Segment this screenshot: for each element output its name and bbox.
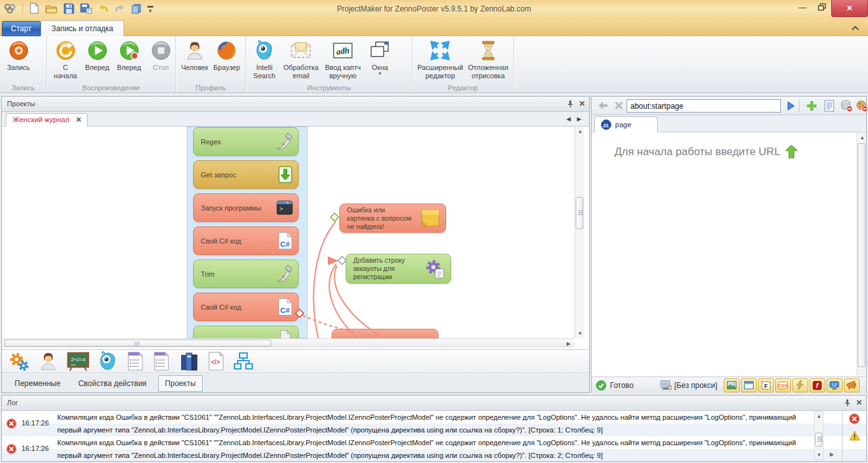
tab-action-properties[interactable]: Свойства действия <box>72 376 153 391</box>
add-tab-icon[interactable] <box>806 100 817 111</box>
project-tab-label: Женский журнал <box>13 116 69 127</box>
log-entry[interactable]: 16:17:26 Компиляция кода Ошибка в действ… <box>2 411 809 436</box>
page-source-icon[interactable] <box>824 100 834 112</box>
tab-variables[interactable]: Переменные <box>8 376 67 391</box>
canvas-horizontal-scrollbar[interactable]: ▶ <box>2 338 574 347</box>
flow-canvas[interactable]: Regex Get запрос Запуск программы > Свой… <box>2 127 574 338</box>
canvas-vertical-scrollbar[interactable]: ▲ ▼ <box>574 127 584 338</box>
database-disable-icon[interactable] <box>841 100 853 112</box>
ribbon-collapse-icon[interactable] <box>850 24 860 32</box>
email-processing-button[interactable]: Обработка email <box>280 38 322 80</box>
browser-vscroll-thumb[interactable] <box>858 143 865 367</box>
toggle-flash-button[interactable]: f <box>810 378 825 392</box>
restore-button[interactable] <box>812 0 831 14</box>
scroll-up-icon[interactable]: ▲ <box>860 135 865 141</box>
toggle-frames-button[interactable]: F <box>758 378 774 392</box>
project-tab-close-icon[interactable]: ✕ <box>76 116 81 127</box>
copy-icon[interactable] <box>131 3 142 14</box>
chalkboard-icon[interactable]: 2+2=4 <box>67 351 90 371</box>
browser-profile-button[interactable]: Браузер <box>211 38 243 72</box>
flow-node-error-note[interactable]: Ошибка или картинка с вопросом не найден… <box>339 204 446 233</box>
books-icon[interactable] <box>179 351 199 371</box>
minimize-button[interactable]: — <box>793 0 812 14</box>
tab-start[interactable]: Старт <box>2 21 41 36</box>
close-button[interactable]: ✕ <box>831 0 868 17</box>
log-vscroll-thumb[interactable] <box>815 432 822 446</box>
scroll-up-icon[interactable]: ▲ <box>578 128 583 134</box>
stop-load-icon[interactable] <box>614 101 623 110</box>
log-vertical-scrollbar[interactable]: ▲ ▼ <box>814 411 824 460</box>
back-icon[interactable] <box>597 100 609 111</box>
undo-icon[interactable] <box>98 3 109 13</box>
windows-button[interactable]: Окна ▾ <box>364 38 396 76</box>
gears-icon[interactable] <box>8 351 30 371</box>
browser-tab-page[interactable]: ZL page <box>594 116 658 132</box>
toggle-scripts-button[interactable] <box>792 378 808 392</box>
flow-node-csharp-1[interactable]: Свой C# код C# <box>193 226 299 255</box>
flow-node-trim[interactable]: Trim <box>193 259 299 288</box>
panel-close-icon[interactable]: ✕ <box>856 398 862 407</box>
sitemap-icon[interactable] <box>233 352 254 371</box>
list-document-icon[interactable] <box>126 351 144 371</box>
intellisearch-button[interactable]: Intelli Search <box>248 38 280 80</box>
advanced-editor-button[interactable]: Расширенный редактор <box>415 38 466 80</box>
tab-scroll-right-icon[interactable]: ▶ <box>577 116 581 122</box>
filter-errors-icon[interactable] <box>849 413 860 424</box>
log-entry[interactable]: 16:17:26 Компиляция кода Ошибка в действ… <box>2 436 809 462</box>
panel-close-icon[interactable]: ✕ <box>579 99 585 108</box>
redo-icon[interactable] <box>114 3 125 13</box>
scroll-right-icon[interactable]: ▶ <box>567 341 571 347</box>
log-panel-title: Лог <box>7 399 18 406</box>
pin-icon[interactable] <box>844 399 851 407</box>
flow-node-csharp-2[interactable]: Свой C# код C# <box>193 293 299 321</box>
canvas-vscroll-thumb[interactable] <box>576 197 583 229</box>
alien-icon[interactable] <box>98 351 118 371</box>
toggle-alerts-button[interactable] <box>844 378 860 392</box>
deferred-rendering-button[interactable]: Отложенная отрисовка <box>466 38 511 80</box>
projects-panel: Проекты ✕ Женский журнал ✕ ◀ ▶ <box>1 96 590 393</box>
flow-node-partial-bottom-right[interactable] <box>332 329 438 338</box>
tab-scroll-left-icon[interactable]: ◀ <box>566 116 571 122</box>
cookie-disable-icon[interactable] <box>856 100 868 112</box>
toggle-popups-button[interactable] <box>741 378 757 392</box>
flow-node-run-program[interactable]: Запуск программы > <box>193 193 299 222</box>
flow-node-add-account-row[interactable]: Добавить строку аккаунты для регистрации <box>346 254 451 284</box>
log-scroll-right-icon[interactable]: ▶ <box>830 452 834 457</box>
browser-vertical-scrollbar[interactable]: ▲ <box>857 132 866 376</box>
frames-icon: F <box>761 381 771 390</box>
open-folder-icon[interactable] <box>45 3 58 14</box>
scroll-up-icon[interactable]: ▲ <box>817 413 822 419</box>
manual-captcha-button[interactable]: adh Ввод каптч вручную <box>322 38 363 80</box>
toggle-emulation-button[interactable] <box>827 378 843 392</box>
canvas-hscroll-thumb[interactable] <box>4 340 271 347</box>
flow-node-partial-bottom-left[interactable] <box>193 326 299 338</box>
record-button[interactable]: Запись <box>3 38 34 72</box>
tab-record-debug[interactable]: Запись и отладка <box>41 20 124 37</box>
flow-node-get-request[interactable]: Get запрос <box>193 160 299 189</box>
qat-more-icon[interactable]: ▬▾ <box>147 3 153 13</box>
person-icon[interactable] <box>38 351 58 371</box>
toggle-images-button[interactable] <box>724 378 740 392</box>
toggle-css-button[interactable]: CSS <box>775 378 791 392</box>
play-step-button[interactable]: Вперед <box>113 38 145 72</box>
flow-node-regex[interactable]: Regex <box>193 127 299 156</box>
restart-button[interactable]: С начала <box>50 38 81 80</box>
stop-button[interactable]: Стоп <box>145 38 177 72</box>
human-profile-button[interactable]: Человек <box>179 38 211 72</box>
address-input[interactable] <box>627 99 781 113</box>
scroll-down-icon[interactable]: ▼ <box>817 452 822 458</box>
save-as-icon[interactable] <box>80 3 92 14</box>
list-document-icon[interactable] <box>153 351 170 371</box>
play-button[interactable]: Вперед <box>81 38 113 72</box>
go-icon[interactable] <box>787 101 795 111</box>
page-icon <box>277 329 294 338</box>
save-icon[interactable] <box>64 3 74 14</box>
scroll-down-icon[interactable]: ▼ <box>578 331 583 336</box>
filter-warnings-icon[interactable] <box>849 431 860 441</box>
pin-icon[interactable] <box>567 100 574 108</box>
project-tab[interactable]: Женский журнал ✕ <box>6 113 88 127</box>
browser-content[interactable]: Для начала работы введите URL ▲ <box>592 132 866 376</box>
new-file-icon[interactable] <box>29 3 39 14</box>
code-document-icon[interactable]: </> <box>207 351 225 371</box>
tab-projects[interactable]: Проекты <box>158 375 203 392</box>
